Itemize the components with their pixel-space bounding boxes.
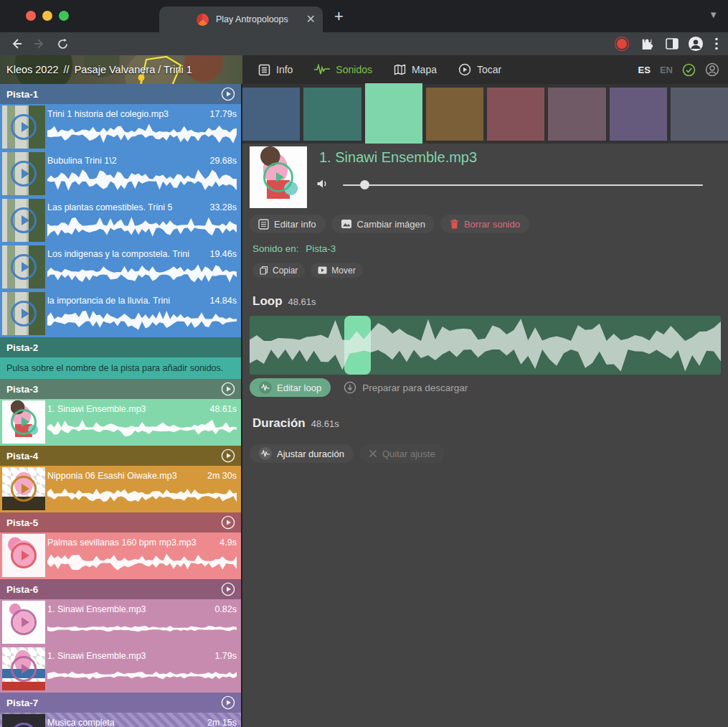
lang-es-button[interactable]: ES — [638, 65, 651, 75]
sound-in-track-link[interactable]: Pista-3 — [306, 243, 336, 254]
track-play-icon[interactable] — [221, 87, 235, 101]
kebab-menu-icon[interactable] — [709, 36, 724, 52]
side-panel-icon[interactable] — [664, 36, 680, 52]
clip-row[interactable]: Nipponia 06 Esashi Oiwake.mp32m 30s — [0, 466, 241, 512]
copy-button[interactable]: Copiar — [252, 263, 305, 278]
reload-button[interactable] — [55, 36, 70, 52]
track-swatch-1[interactable] — [242, 88, 300, 141]
track-play-icon[interactable] — [221, 515, 235, 530]
map-header[interactable]: Kleos 2022 // Pasaje Valvanera / Trini 1 — [0, 55, 242, 84]
profile-avatar-icon[interactable] — [688, 36, 704, 52]
clip-thumbnail[interactable] — [2, 400, 45, 444]
clip-row[interactable]: la importancia de la lluvia. Trini14.84s — [0, 291, 241, 337]
volume-icon[interactable] — [316, 178, 328, 189]
clip-thumbnail[interactable] — [2, 714, 45, 727]
track-header-pista-4[interactable]: Pista-4 — [0, 446, 241, 466]
track-play-icon[interactable] — [221, 695, 235, 710]
track-swatch-4[interactable] — [426, 88, 483, 141]
clip-thumbnail[interactable] — [2, 245, 45, 289]
clip-thumbnail[interactable] — [2, 152, 45, 195]
track-name: Pista-6 — [6, 584, 38, 595]
clip-play-icon[interactable] — [11, 114, 37, 140]
delete-sound-button[interactable]: Borrar sonido — [440, 215, 529, 233]
track-play-icon[interactable] — [221, 382, 235, 396]
prepare-download-button[interactable]: Preparar para descargar — [344, 381, 468, 394]
tab-close-icon[interactable]: ✕ — [306, 14, 316, 25]
track-header-pista-6[interactable]: Pista-6 — [0, 579, 241, 599]
clip-row[interactable]: Las plantas comestibles. Trini 533.28s — [0, 197, 241, 244]
nav-tab-tocar[interactable]: Tocar — [458, 63, 501, 76]
volume-slider-thumb[interactable] — [360, 180, 369, 189]
breadcrumb-project[interactable]: Kleos 2022 — [6, 64, 59, 75]
clip-row[interactable]: 1. Sinawi Ensemble.mp30.82s — [0, 599, 241, 646]
remove-adjust-label: Quitar ajuste — [382, 449, 435, 459]
track-play-icon[interactable] — [221, 582, 235, 596]
saved-check-icon[interactable] — [682, 63, 696, 77]
clip-play-icon[interactable] — [11, 476, 37, 502]
clip-play-icon[interactable] — [11, 609, 37, 635]
clip-thumbnail[interactable] — [2, 534, 45, 577]
forward-button[interactable] — [32, 36, 47, 52]
clip-play-icon[interactable] — [11, 723, 37, 727]
play-overlay-icon[interactable] — [263, 162, 293, 192]
clip-row[interactable]: Trini 1 historia del colegio.mp317.79s — [0, 104, 241, 151]
track-play-icon[interactable] — [221, 449, 235, 463]
track-header-pista-7[interactable]: Pista-7 — [0, 693, 241, 713]
breadcrumb[interactable]: Kleos 2022 // Pasaje Valvanera / Trini 1 — [6, 55, 192, 84]
back-button[interactable] — [9, 36, 24, 52]
account-icon[interactable] — [705, 62, 719, 77]
lang-en-button[interactable]: EN — [660, 65, 673, 75]
nav-tab-info[interactable]: Info — [258, 64, 293, 76]
track-header-pista-1[interactable]: Pista-1 — [0, 84, 241, 104]
extensions-puzzle-icon[interactable] — [639, 36, 655, 52]
clip-waveform — [47, 215, 237, 238]
clip-row[interactable]: 1. Sinawi Ensemble.mp348.61s — [0, 399, 241, 446]
clip-thumbnail[interactable] — [2, 467, 45, 510]
loop-waveform[interactable] — [250, 316, 721, 375]
track-swatch-5[interactable] — [487, 88, 544, 141]
clip-play-icon[interactable] — [11, 161, 37, 187]
record-indicator-icon[interactable] — [614, 36, 630, 52]
clip-thumbnail[interactable] — [2, 601, 45, 644]
track-swatch-6[interactable] — [548, 88, 605, 141]
clip-thumbnail[interactable] — [2, 292, 45, 335]
nav-tab-mapa[interactable]: Mapa — [394, 64, 437, 75]
track-header-pista-2[interactable]: Pista-2 — [0, 337, 241, 357]
traffic-close-button[interactable] — [26, 11, 36, 21]
track-swatch-8[interactable] — [671, 88, 728, 141]
track-header-pista-5[interactable]: Pista-5 — [0, 512, 241, 533]
clip-row[interactable]: Musica completa2m 15s — [0, 713, 241, 727]
adjust-duration-button[interactable]: Ajustar duración — [250, 444, 354, 463]
clip-row[interactable]: Bubulina Trini 1\229.68s — [0, 151, 241, 197]
clip-thumbnail[interactable] — [2, 105, 45, 149]
track-swatch-7[interactable] — [610, 88, 667, 141]
clip-row[interactable]: 1. Sinawi Ensemble.mp31.79s — [0, 646, 241, 693]
clip-row[interactable]: Los indigenas y la compostela. Trini19.4… — [0, 244, 241, 291]
new-tab-button[interactable]: + — [334, 7, 344, 26]
move-button[interactable]: Mover — [311, 263, 362, 278]
track-header-pista-3[interactable]: Pista-3 — [0, 379, 241, 399]
clip-play-icon[interactable] — [11, 543, 37, 568]
remove-adjust-button[interactable]: Quitar ajuste — [359, 444, 445, 463]
browser-tab[interactable]: Play Antropoloops ✕ — [159, 6, 323, 32]
track-name: Pista-1 — [6, 89, 38, 100]
clip-row[interactable]: Palmas sevillanas 160 bpm mp3.mp34.9s — [0, 533, 241, 579]
traffic-zoom-button[interactable] — [59, 11, 69, 21]
clip-play-icon[interactable] — [11, 207, 37, 233]
edit-loop-button[interactable]: Editar loop — [250, 378, 331, 397]
tab-list-chevron-icon[interactable]: ▼ — [709, 9, 718, 20]
clip-thumbnail[interactable] — [2, 647, 45, 690]
change-image-button[interactable]: Cambiar imágen — [331, 215, 435, 233]
edit-info-button[interactable]: Editar info — [249, 215, 326, 233]
track-swatch-3[interactable] — [365, 83, 422, 145]
volume-slider[interactable] — [343, 184, 703, 186]
clip-play-icon[interactable] — [11, 409, 37, 435]
sound-thumbnail[interactable] — [250, 146, 307, 208]
clip-play-icon[interactable] — [11, 301, 37, 327]
traffic-minimize-button[interactable] — [42, 11, 52, 21]
clip-thumbnail[interactable] — [2, 199, 45, 242]
track-swatch-2[interactable] — [303, 88, 361, 141]
clip-play-icon[interactable] — [11, 656, 37, 682]
clip-play-icon[interactable] — [11, 254, 37, 280]
nav-tab-sonidos[interactable]: Sonidos — [314, 64, 372, 75]
